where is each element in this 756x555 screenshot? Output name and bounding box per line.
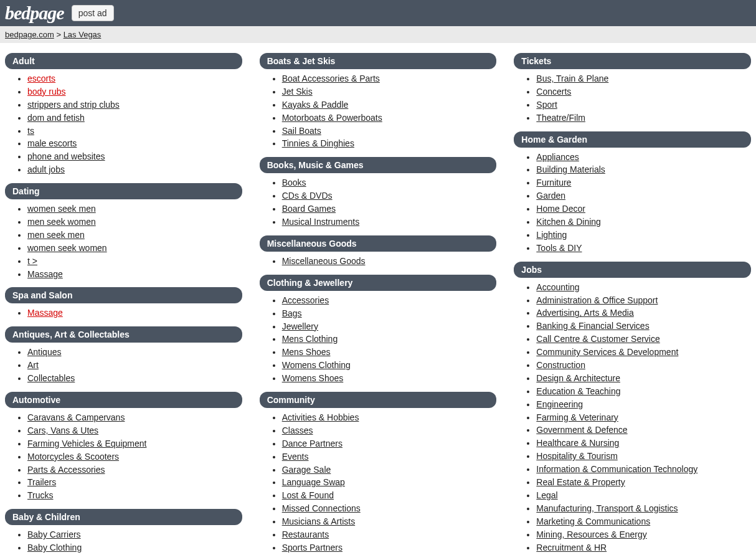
category-link[interactable]: Design & Architecture <box>536 373 620 383</box>
category-link[interactable]: Jewellery <box>282 321 318 331</box>
category-link[interactable]: Womens Shoes <box>282 373 344 383</box>
category-link[interactable]: Garage Sale <box>282 465 331 475</box>
category-link[interactable]: Hospitality & Tourism <box>536 451 617 461</box>
category-link[interactable]: Theatre/Film <box>536 113 585 123</box>
list-item: Tools & DIY <box>536 242 751 254</box>
category-link[interactable]: Cars, Vans & Utes <box>27 425 98 435</box>
category-link[interactable]: Art <box>27 360 39 370</box>
category-link[interactable]: Lost & Found <box>282 490 334 500</box>
category-link[interactable]: Mens Shoes <box>282 347 331 357</box>
category-link[interactable]: Farming & Veterinary <box>536 412 618 422</box>
category-link[interactable]: Real Estate & Property <box>536 477 625 487</box>
category-link[interactable]: Restaurants <box>282 529 329 539</box>
category-link[interactable]: Construction <box>536 360 585 370</box>
breadcrumb-home[interactable]: bedpage.com <box>5 30 54 39</box>
category-link[interactable]: Motorcycles & Scooters <box>27 452 119 462</box>
category-link[interactable]: Banking & Financial Services <box>536 321 649 331</box>
site-logo[interactable]: bedpage <box>5 2 64 24</box>
list-item: Administration & Office Support <box>536 295 751 306</box>
category-link[interactable]: Accessories <box>282 295 329 305</box>
category-link[interactable]: Recruitment & HR <box>536 543 607 553</box>
category-link[interactable]: Manufacturing, Transport & Logistics <box>536 503 678 513</box>
category-link[interactable]: Advertising, Arts & Media <box>536 308 633 318</box>
category-link[interactable]: Board Games <box>282 204 336 214</box>
category-link[interactable]: Farming Vehicles & Equipment <box>27 439 146 448</box>
category-link[interactable]: Antiques <box>27 347 61 357</box>
category-link[interactable]: Government & Defence <box>536 425 627 435</box>
category-link[interactable]: Marketing & Communications <box>536 516 650 526</box>
category-link[interactable]: Administration & Office Support <box>536 295 658 305</box>
category-link[interactable]: Jet Skis <box>282 87 313 97</box>
category-link[interactable]: Events <box>282 452 309 462</box>
category-link[interactable]: Healthcare & Nursing <box>536 438 619 448</box>
category-link[interactable]: Trucks <box>27 490 53 500</box>
category-link[interactable]: Call Centre & Customer Service <box>536 334 659 344</box>
category-link[interactable]: Accounting <box>536 282 579 292</box>
category-link[interactable]: Sail Boats <box>282 126 321 136</box>
category-link[interactable]: dom and fetish <box>27 113 85 123</box>
category-link[interactable]: Engineering <box>536 399 583 409</box>
category-link[interactable]: women seek men <box>27 204 96 214</box>
category-link[interactable]: Parts & Accessories <box>27 465 105 475</box>
category-link[interactable]: Kayaks & Paddle <box>282 100 349 110</box>
category-link[interactable]: phone and websites <box>27 151 105 161</box>
category-link[interactable]: Massage <box>27 269 63 279</box>
category-link[interactable]: Information & Communication Technology <box>536 464 697 474</box>
category-link[interactable]: Concerts <box>536 87 571 97</box>
category-link[interactable]: Sport <box>536 100 557 110</box>
category-link[interactable]: Missed Connections <box>282 503 361 513</box>
list-item: Parts & Accessories <box>27 464 242 476</box>
category-link[interactable]: Books <box>282 178 306 187</box>
breadcrumb-location[interactable]: Las Vegas <box>64 30 102 39</box>
category-link[interactable]: Miscellaneous Goods <box>282 256 366 266</box>
category-link[interactable]: Tinnies & Dinghies <box>282 138 354 148</box>
category-link[interactable]: male escorts <box>27 138 77 148</box>
category-link[interactable]: t > <box>27 256 37 266</box>
category-link[interactable]: men seek men <box>27 230 85 240</box>
category-link[interactable]: Education & Teaching <box>536 386 620 396</box>
category-link[interactable]: Motorboats & Powerboats <box>282 113 382 123</box>
category-link[interactable]: Musicians & Artists <box>282 516 355 526</box>
category-link[interactable]: CDs & DVDs <box>282 191 333 201</box>
post-ad-button[interactable]: post ad <box>72 5 114 21</box>
category-link[interactable]: Lighting <box>536 230 567 240</box>
category-link[interactable]: women seek women <box>27 243 107 253</box>
category-link[interactable]: Bags <box>282 308 302 318</box>
category-link[interactable]: ts <box>27 126 34 136</box>
category-link[interactable]: Massage <box>27 308 63 318</box>
category-link[interactable]: Sports Partners <box>282 543 343 553</box>
category-link[interactable]: Boat Accessories & Parts <box>282 74 380 83</box>
category-link[interactable]: Musical Instruments <box>282 217 359 227</box>
category-link[interactable]: escorts <box>27 74 55 83</box>
category-link[interactable]: Baby Clothing <box>27 543 82 553</box>
list-item: men seek men <box>27 229 242 241</box>
category-link[interactable]: Language Swap <box>282 477 345 487</box>
category-link[interactable]: adult jobs <box>27 164 65 174</box>
category-link[interactable]: Tools & DIY <box>536 243 582 253</box>
category-link[interactable]: Mens Clothing <box>282 334 338 344</box>
category-link[interactable]: strippers and strip clubs <box>27 100 120 110</box>
category-link[interactable]: Home Decor <box>536 204 585 214</box>
category-link[interactable]: Baby Carriers <box>27 529 81 539</box>
category-link[interactable]: men seek women <box>27 217 96 227</box>
category-link[interactable]: Activities & Hobbies <box>282 412 359 422</box>
category-link[interactable]: Trailers <box>27 477 56 487</box>
category-link[interactable]: Building Materials <box>536 164 605 174</box>
category-link[interactable]: Bus, Train & Plane <box>536 74 608 83</box>
category-link[interactable]: Garden <box>536 191 565 201</box>
category-link[interactable]: Furniture <box>536 178 571 187</box>
list-item: Missed Connections <box>282 503 497 515</box>
category-link[interactable]: Kitchen & Dining <box>536 217 601 227</box>
category-link[interactable]: Appliances <box>536 152 579 162</box>
category-link[interactable]: Womens Clothing <box>282 360 351 370</box>
category-link[interactable]: Legal <box>536 490 557 500</box>
category-link[interactable]: Community Services & Development <box>536 347 678 357</box>
category-link[interactable]: body rubs <box>27 87 65 97</box>
category-link[interactable]: Mining, Resources & Energy <box>536 529 646 539</box>
category-link[interactable]: Classes <box>282 425 313 435</box>
category-link[interactable]: Caravans & Campervans <box>27 412 125 422</box>
category-link[interactable]: Collectables <box>27 373 75 383</box>
list-item: body rubs <box>27 86 242 98</box>
category-link[interactable]: Dance Partners <box>282 439 343 448</box>
category-section: Clothing & JewelleryAccessoriesBagsJewel… <box>260 275 497 384</box>
